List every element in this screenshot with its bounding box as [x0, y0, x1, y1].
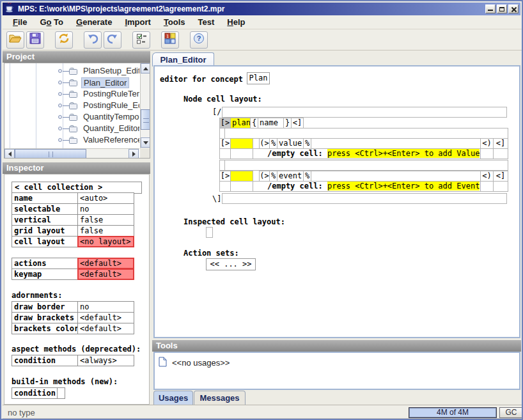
redo-button[interactable] — [104, 31, 121, 49]
editor-cell[interactable] — [224, 160, 508, 171]
scroll-up-button[interactable] — [141, 63, 150, 74]
editor-cell[interactable]: name — [258, 118, 284, 128]
gc-button[interactable]: GC — [499, 407, 523, 418]
tools-panel-title: Tools — [156, 341, 178, 350]
property-label: draw border — [12, 301, 78, 313]
undo-button[interactable] — [84, 31, 102, 49]
property-value[interactable]: <auto> — [77, 192, 134, 204]
concept-name-cell[interactable]: Plan — [247, 72, 270, 84]
collection-open-bracket[interactable]: [/ — [212, 107, 221, 116]
editor-cell[interactable]: plan — [230, 118, 251, 128]
editor-cell[interactable] — [219, 181, 231, 192]
vertical-scroll-thumb[interactable] — [141, 109, 150, 130]
maximize-button[interactable] — [497, 4, 507, 13]
editor-cell[interactable]: <) — [480, 171, 494, 182]
menu-import[interactable]: Import — [118, 15, 157, 29]
tree-collapse-icon[interactable] — [58, 81, 62, 84]
node-options-button[interactable] — [132, 31, 150, 49]
editor-cell[interactable]: (> — [259, 171, 270, 182]
inspected-cell[interactable] — [206, 227, 213, 238]
tree-item[interactable]: ValueReference_ — [4, 134, 139, 146]
open-project-button[interactable] — [6, 31, 24, 49]
usages-result-row[interactable]: <<no usages>> — [159, 357, 230, 369]
help-button[interactable]: ? — [190, 31, 208, 49]
add-value-hint[interactable]: press <Ctrl>+<Enter> to add Value — [327, 149, 480, 158]
editor-cell-cursor[interactable]: [> — [219, 118, 231, 128]
menu-file[interactable]: File — [6, 15, 33, 29]
tree-item-selected[interactable]: Plan_Editor — [4, 77, 139, 88]
property-value[interactable]: false — [77, 214, 134, 226]
add-event-hint[interactable]: press <Ctrl>+<Enter> to add Event — [327, 182, 480, 191]
editor-cell[interactable] — [493, 148, 508, 159]
tree-item[interactable]: Quantity_Editor — [4, 123, 139, 134]
editor-cell[interactable]: value — [277, 138, 304, 149]
editor-cell[interactable] — [480, 181, 494, 192]
menu-help[interactable]: Help — [221, 15, 251, 29]
tab-messages[interactable]: Messages — [194, 391, 246, 405]
editor-hint-cell[interactable]: /empty cell: press <Ctrl>+<Enter> to add… — [253, 148, 481, 159]
tree-collapse-icon[interactable] — [58, 127, 62, 130]
property-value[interactable]: <default> — [77, 312, 134, 323]
property-value[interactable] — [57, 387, 65, 399]
scroll-left-button[interactable] — [4, 149, 15, 159]
editor-cell[interactable] — [224, 128, 508, 139]
editor-hint-cell[interactable]: /empty cell: press <Ctrl>+<Enter> to add… — [253, 181, 481, 192]
tab-usages[interactable]: Usages — [153, 391, 193, 405]
minimize-button[interactable] — [485, 4, 496, 13]
property-value-error[interactable]: <default> — [77, 258, 134, 269]
property-value[interactable]: <default> — [77, 323, 134, 334]
tree-item[interactable]: PlanSetup_Edito — [4, 65, 139, 77]
memory-indicator[interactable]: 4M of 4M — [409, 407, 497, 418]
editor-cell[interactable]: <] — [493, 171, 508, 182]
editor-cell-empty[interactable] — [230, 171, 253, 182]
editor-cell[interactable]: <) — [480, 138, 494, 149]
property-value[interactable]: false — [77, 225, 134, 237]
editor-cell[interactable]: [> — [219, 171, 231, 182]
menu-tools[interactable]: Tools — [157, 15, 192, 29]
tree-item[interactable]: PostingRuleTemp — [4, 88, 139, 100]
editor-cell[interactable] — [493, 181, 508, 192]
property-value[interactable]: no — [77, 203, 134, 215]
refresh-button[interactable] — [55, 31, 73, 49]
editor-cell[interactable] — [230, 181, 253, 192]
editor-cell[interactable] — [311, 138, 481, 149]
editor-cell[interactable] — [219, 148, 231, 159]
editor-cell[interactable] — [311, 171, 481, 182]
editor-cell-empty[interactable] — [230, 138, 253, 149]
editor-cell[interactable] — [222, 107, 507, 118]
editor-cell[interactable]: (> — [259, 138, 270, 149]
tree-item[interactable]: QuantityTempor — [4, 111, 139, 123]
scroll-right-button[interactable] — [129, 149, 139, 159]
menu-goto[interactable]: Go To — [33, 15, 70, 29]
property-value-error[interactable]: <default> — [77, 268, 134, 280]
editor-cell[interactable] — [222, 193, 507, 204]
tree-collapse-icon[interactable] — [58, 115, 62, 119]
editor-cell[interactable]: [> — [219, 138, 231, 149]
inspector-panel: < cell collection > name <auto> selectab… — [4, 174, 150, 405]
collection-close-bracket[interactable]: \] — [212, 194, 221, 203]
save-button[interactable] — [26, 31, 44, 49]
menu-generate[interactable]: Generate — [70, 15, 118, 29]
editor-cell[interactable]: <] — [291, 118, 304, 128]
property-value[interactable]: <always> — [77, 355, 134, 366]
editor-cell[interactable]: <] — [493, 138, 508, 149]
tree-item[interactable]: PostingRule_Edit — [4, 100, 139, 111]
title-bar[interactable]: MPS: E:\work\MPS\projects\agreement2\agr… — [3, 3, 520, 15]
tree-collapse-icon[interactable] — [58, 104, 62, 107]
editor-cell[interactable] — [480, 148, 494, 159]
tree-collapse-icon[interactable] — [58, 138, 62, 142]
close-button[interactable] — [508, 4, 519, 13]
editor-cell[interactable]: event — [277, 171, 304, 182]
action-sets-cell[interactable]: << ... >> — [206, 258, 256, 270]
menu-test[interactable]: Test — [192, 15, 221, 29]
tab-plan-editor[interactable]: Plan_Editor — [152, 52, 214, 66]
refresh-icon — [58, 33, 70, 47]
editor-cell[interactable] — [230, 148, 253, 159]
tree-collapse-icon[interactable] — [58, 92, 62, 96]
tree-collapse-icon[interactable] — [58, 69, 62, 73]
scroll-down-button[interactable] — [141, 137, 150, 148]
property-value-error[interactable]: <no layout> — [77, 236, 134, 247]
property-value[interactable]: no — [77, 301, 134, 313]
horizontal-scroll-thumb[interactable] — [15, 149, 86, 159]
generate-button[interactable]: 1 0 — [161, 31, 179, 49]
